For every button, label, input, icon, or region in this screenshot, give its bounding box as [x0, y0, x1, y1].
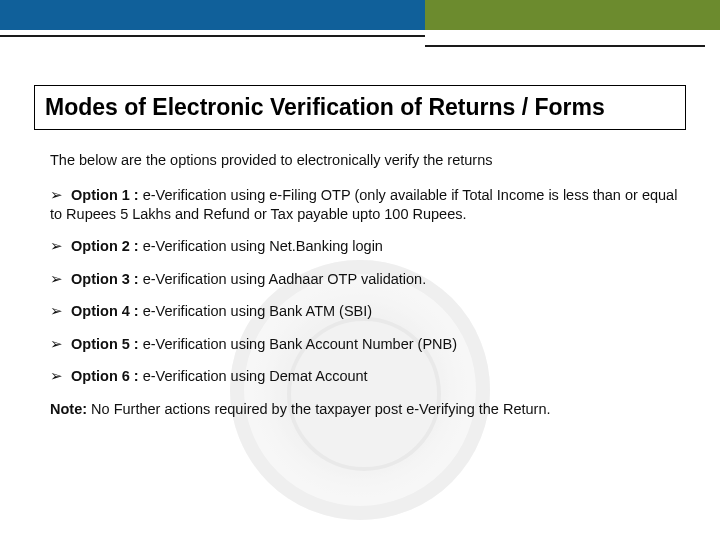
top-banner — [0, 0, 720, 45]
slide-content: Modes of Electronic Verification of Retu… — [0, 45, 720, 418]
option-text: e-Verification using e-Filing OTP (only … — [50, 187, 677, 222]
option-item: ➢ Option 5 : e-Verification using Bank A… — [50, 335, 680, 354]
bullet-icon: ➢ — [50, 187, 63, 203]
bullet-icon: ➢ — [50, 238, 63, 254]
note-text: Note: No Further actions required by the… — [50, 400, 680, 419]
option-item: ➢ Option 4 : e-Verification using Bank A… — [50, 302, 680, 321]
option-label: Option 6 : — [71, 368, 139, 384]
option-label: Option 4 : — [71, 303, 139, 319]
title-box: Modes of Electronic Verification of Retu… — [34, 85, 686, 130]
option-item: ➢ Option 1 : e-Verification using e-Fili… — [50, 186, 680, 223]
option-label: Option 3 : — [71, 271, 139, 287]
option-label: Option 1 : — [71, 187, 139, 203]
note-body: No Further actions required by the taxpa… — [87, 401, 550, 417]
bullet-icon: ➢ — [50, 303, 63, 319]
bullet-icon: ➢ — [50, 368, 63, 384]
note-label: Note: — [50, 401, 87, 417]
page-title: Modes of Electronic Verification of Retu… — [45, 94, 675, 121]
option-label: Option 5 : — [71, 336, 139, 352]
option-item: ➢ Option 2 : e-Verification using Net.Ba… — [50, 237, 680, 256]
option-item: ➢ Option 3 : e-Verification using Aadhaa… — [50, 270, 680, 289]
bullet-icon: ➢ — [50, 271, 63, 287]
bullet-icon: ➢ — [50, 336, 63, 352]
option-text: e-Verification using Bank Account Number… — [139, 336, 457, 352]
option-text: e-Verification using Demat Account — [139, 368, 368, 384]
divider-rule-left — [0, 35, 425, 37]
option-label: Option 2 : — [71, 238, 139, 254]
banner-blue-strip — [0, 0, 425, 30]
option-text: e-Verification using Net.Banking login — [139, 238, 383, 254]
banner-green-strip — [425, 0, 720, 30]
intro-text: The below are the options provided to el… — [50, 152, 686, 168]
option-item: ➢ Option 6 : e-Verification using Demat … — [50, 367, 680, 386]
option-text: e-Verification using Bank ATM (SBI) — [139, 303, 372, 319]
option-text: e-Verification using Aadhaar OTP validat… — [139, 271, 427, 287]
